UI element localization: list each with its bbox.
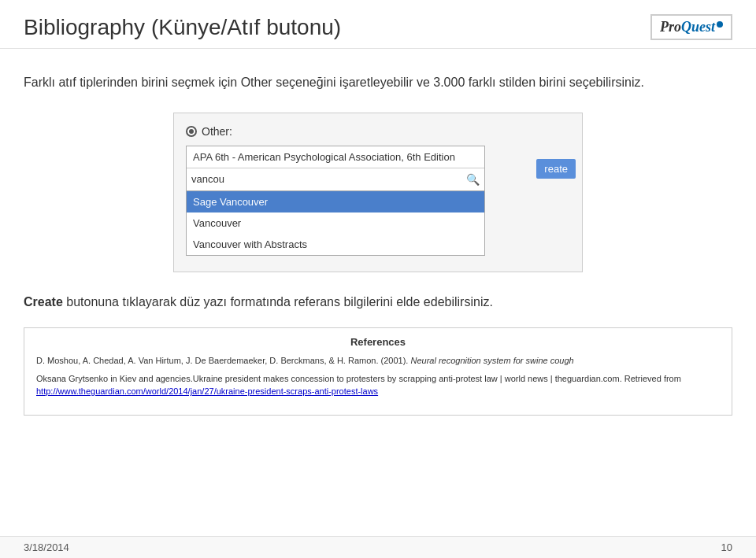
ref2-link[interactable]: http://www.theguardian.com/world/2014/ja… xyxy=(36,386,378,396)
create-label: Create xyxy=(24,295,63,309)
other-radio-option[interactable]: Other: xyxy=(186,125,566,138)
demo-area: Other: APA 6th - American Psychological … xyxy=(24,113,732,272)
main-content: Farklı atıf tiplerinden birini seçmek iç… xyxy=(0,49,756,536)
intro-text-part2: seçeneğini işaretleyebilir ve 3.000 fark… xyxy=(276,76,644,89)
list-item[interactable]: Vancouver with Abstracts xyxy=(187,234,484,255)
page: Bibliography (Künye/Atıf butonu) Pro Que… xyxy=(0,0,756,558)
intro-paragraph: Farklı atıf tiplerinden birini seçmek iç… xyxy=(24,72,732,93)
bottom-text-body: butonuna tıklayarak düz yazı formatında … xyxy=(66,295,493,309)
list-item[interactable]: Vancouver xyxy=(187,212,484,234)
header: Bibliography (Künye/Atıf butonu) Pro Que… xyxy=(0,0,756,49)
create-button[interactable]: reate xyxy=(536,159,576,179)
search-icon: 🔍 xyxy=(465,172,480,187)
ref1-text: D. Moshou, A. Chedad, A. Van Hirtum, J. … xyxy=(36,356,408,365)
radio-inner-dot xyxy=(189,129,194,134)
radio-button[interactable] xyxy=(186,126,197,137)
logo-pro-text: Pro xyxy=(660,19,681,35)
ref1-italic: Neural recognition system for swine coug… xyxy=(410,356,573,365)
footer-page-number: 10 xyxy=(721,541,732,553)
logo-quest-text: Quest xyxy=(681,19,715,35)
dropdown-list: Sage Vancouver Vancouver Vancouver with … xyxy=(187,190,484,255)
search-row: 🔍 xyxy=(187,168,484,190)
demo-box: Other: APA 6th - American Psychological … xyxy=(173,113,583,272)
references-title: References xyxy=(36,336,720,348)
references-box: References D. Moshou, A. Chedad, A. Van … xyxy=(24,327,732,416)
style-search-input[interactable] xyxy=(191,173,465,185)
ref2-text: Oksana Grytsenko in Kiev and agencies.Uk… xyxy=(36,374,681,383)
citation-style-dropdown[interactable]: APA 6th - American Psychological Associa… xyxy=(186,146,485,256)
footer-date: 3/18/2014 xyxy=(24,541,69,553)
page-title: Bibliography (Künye/Atıf butonu) xyxy=(24,15,341,40)
dropdown-current-value: APA 6th - American Psychological Associa… xyxy=(187,146,484,168)
logo-circle xyxy=(717,21,723,28)
reference-line-1: D. Moshou, A. Chedad, A. Van Hirtum, J. … xyxy=(36,354,720,368)
proquest-logo: Pro Quest xyxy=(650,14,732,40)
bottom-paragraph: Create butonuna tıklayarak düz yazı form… xyxy=(24,292,732,312)
other-label: Other: xyxy=(202,125,232,138)
footer: 3/18/2014 10 xyxy=(0,536,756,558)
intro-text-part1: Farklı atıf tiplerinden birini seçmek iç… xyxy=(24,76,237,89)
reference-line-2: Oksana Grytsenko in Kiev and agencies.Uk… xyxy=(36,372,720,398)
intro-other-word: Other xyxy=(241,76,272,89)
list-item[interactable]: Sage Vancouver xyxy=(187,191,484,212)
